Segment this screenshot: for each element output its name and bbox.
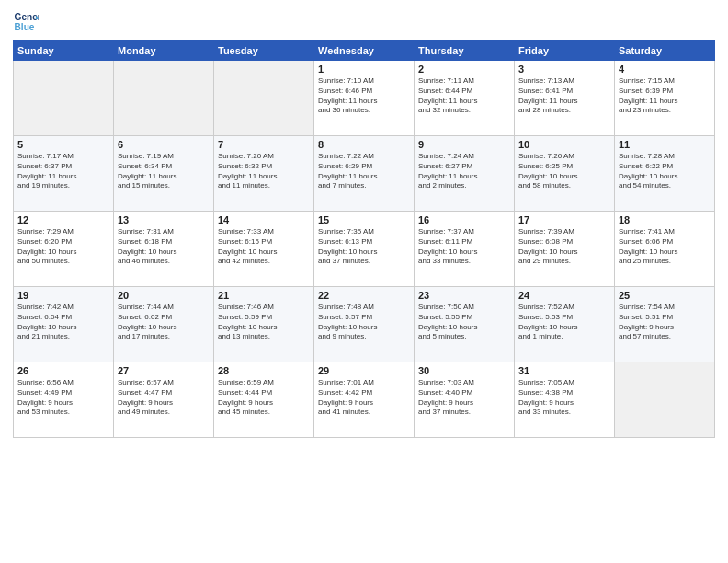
day-number: 18 <box>619 214 711 225</box>
day-info: Sunrise: 6:56 AM Sunset: 4:49 PM Dayligh… <box>17 378 109 418</box>
calendar-cell: 24Sunrise: 7:52 AM Sunset: 5:53 PM Dayli… <box>515 287 615 362</box>
day-info: Sunrise: 7:50 AM Sunset: 5:55 PM Dayligh… <box>418 303 510 342</box>
calendar-cell: 13Sunrise: 7:31 AM Sunset: 6:18 PM Dayli… <box>114 212 214 287</box>
day-info: Sunrise: 7:15 AM Sunset: 6:39 PM Dayligh… <box>619 76 711 116</box>
calendar-cell: 8Sunrise: 7:22 AM Sunset: 6:29 PM Daylig… <box>314 136 415 212</box>
calendar-cell: 21Sunrise: 7:46 AM Sunset: 5:59 PM Dayli… <box>214 287 314 362</box>
day-number: 7 <box>218 139 310 150</box>
day-number: 2 <box>418 63 510 75</box>
day-info: Sunrise: 7:24 AM Sunset: 6:27 PM Dayligh… <box>418 152 510 191</box>
calendar-cell: 27Sunrise: 6:57 AM Sunset: 4:47 PM Dayli… <box>114 362 214 438</box>
calendar-cell <box>14 61 114 136</box>
day-info: Sunrise: 7:19 AM Sunset: 6:34 PM Dayligh… <box>118 152 210 191</box>
col-header-sunday: Sunday <box>14 41 114 61</box>
day-number: 4 <box>619 63 711 75</box>
page: General Blue SundayMondayTuesdayWednesda… <box>0 0 728 563</box>
logo: General Blue <box>13 9 39 35</box>
day-number: 27 <box>118 365 210 376</box>
calendar-week-4: 19Sunrise: 7:42 AM Sunset: 6:04 PM Dayli… <box>14 287 715 362</box>
day-number: 15 <box>318 214 410 225</box>
day-info: Sunrise: 7:10 AM Sunset: 6:46 PM Dayligh… <box>318 76 410 116</box>
calendar-cell: 26Sunrise: 6:56 AM Sunset: 4:49 PM Dayli… <box>14 362 114 438</box>
day-info: Sunrise: 7:39 AM Sunset: 6:08 PM Dayligh… <box>518 227 610 267</box>
calendar-cell: 20Sunrise: 7:44 AM Sunset: 6:02 PM Dayli… <box>114 287 214 362</box>
calendar-cell: 15Sunrise: 7:35 AM Sunset: 6:13 PM Dayli… <box>314 212 415 287</box>
day-number: 30 <box>418 365 510 376</box>
calendar-cell: 29Sunrise: 7:01 AM Sunset: 4:42 PM Dayli… <box>314 362 415 438</box>
col-header-monday: Monday <box>114 41 214 61</box>
day-number: 13 <box>118 214 210 225</box>
day-number: 12 <box>17 214 109 225</box>
day-info: Sunrise: 6:59 AM Sunset: 4:44 PM Dayligh… <box>218 378 310 418</box>
col-header-tuesday: Tuesday <box>214 41 314 61</box>
day-info: Sunrise: 7:37 AM Sunset: 6:11 PM Dayligh… <box>418 227 510 267</box>
calendar-cell: 16Sunrise: 7:37 AM Sunset: 6:11 PM Dayli… <box>415 212 515 287</box>
logo-icon: General Blue <box>13 9 39 35</box>
day-info: Sunrise: 7:01 AM Sunset: 4:42 PM Dayligh… <box>318 378 410 418</box>
calendar-cell <box>615 362 715 438</box>
day-info: Sunrise: 7:20 AM Sunset: 6:32 PM Dayligh… <box>218 152 310 191</box>
calendar-cell: 14Sunrise: 7:33 AM Sunset: 6:15 PM Dayli… <box>214 212 314 287</box>
day-info: Sunrise: 7:33 AM Sunset: 6:15 PM Dayligh… <box>218 227 310 267</box>
svg-text:Blue: Blue <box>15 22 35 32</box>
day-info: Sunrise: 7:17 AM Sunset: 6:37 PM Dayligh… <box>17 152 109 191</box>
col-header-saturday: Saturday <box>615 41 715 61</box>
day-number: 11 <box>619 139 711 150</box>
day-number: 8 <box>318 139 410 150</box>
calendar-cell: 22Sunrise: 7:48 AM Sunset: 5:57 PM Dayli… <box>314 287 415 362</box>
calendar-cell: 30Sunrise: 7:03 AM Sunset: 4:40 PM Dayli… <box>415 362 515 438</box>
calendar-cell <box>114 61 214 136</box>
day-number: 26 <box>17 365 109 376</box>
day-info: Sunrise: 7:52 AM Sunset: 5:53 PM Dayligh… <box>518 303 610 342</box>
calendar-cell: 19Sunrise: 7:42 AM Sunset: 6:04 PM Dayli… <box>14 287 114 362</box>
calendar-cell: 11Sunrise: 7:28 AM Sunset: 6:22 PM Dayli… <box>615 136 715 212</box>
calendar-cell: 3Sunrise: 7:13 AM Sunset: 6:41 PM Daylig… <box>515 61 615 136</box>
day-number: 3 <box>518 63 610 75</box>
day-info: Sunrise: 7:35 AM Sunset: 6:13 PM Dayligh… <box>318 227 410 267</box>
col-header-wednesday: Wednesday <box>314 41 415 61</box>
day-info: Sunrise: 7:28 AM Sunset: 6:22 PM Dayligh… <box>619 152 711 191</box>
day-number: 21 <box>218 290 310 301</box>
calendar-cell: 25Sunrise: 7:54 AM Sunset: 5:51 PM Dayli… <box>615 287 715 362</box>
calendar-cell: 10Sunrise: 7:26 AM Sunset: 6:25 PM Dayli… <box>515 136 615 212</box>
day-number: 19 <box>17 290 109 301</box>
day-number: 9 <box>418 139 510 150</box>
day-number: 29 <box>318 365 410 376</box>
calendar-cell: 4Sunrise: 7:15 AM Sunset: 6:39 PM Daylig… <box>615 61 715 136</box>
day-number: 28 <box>218 365 310 376</box>
calendar-cell: 28Sunrise: 6:59 AM Sunset: 4:44 PM Dayli… <box>214 362 314 438</box>
day-info: Sunrise: 7:41 AM Sunset: 6:06 PM Dayligh… <box>619 227 711 267</box>
day-info: Sunrise: 7:05 AM Sunset: 4:38 PM Dayligh… <box>518 378 610 418</box>
day-number: 23 <box>418 290 510 301</box>
calendar-cell: 12Sunrise: 7:29 AM Sunset: 6:20 PM Dayli… <box>14 212 114 287</box>
calendar-table: SundayMondayTuesdayWednesdayThursdayFrid… <box>13 40 715 438</box>
calendar-cell: 18Sunrise: 7:41 AM Sunset: 6:06 PM Dayli… <box>615 212 715 287</box>
day-number: 24 <box>518 290 610 301</box>
day-info: Sunrise: 7:48 AM Sunset: 5:57 PM Dayligh… <box>318 303 410 342</box>
day-number: 5 <box>17 139 109 150</box>
day-number: 1 <box>318 63 410 75</box>
day-info: Sunrise: 7:44 AM Sunset: 6:02 PM Dayligh… <box>118 303 210 342</box>
day-number: 10 <box>518 139 610 150</box>
header: General Blue <box>13 9 715 35</box>
day-number: 6 <box>118 139 210 150</box>
day-number: 25 <box>619 290 711 301</box>
calendar-week-2: 5Sunrise: 7:17 AM Sunset: 6:37 PM Daylig… <box>14 136 715 212</box>
day-info: Sunrise: 7:22 AM Sunset: 6:29 PM Dayligh… <box>318 152 410 191</box>
calendar-cell: 31Sunrise: 7:05 AM Sunset: 4:38 PM Dayli… <box>515 362 615 438</box>
day-info: Sunrise: 7:31 AM Sunset: 6:18 PM Dayligh… <box>118 227 210 267</box>
calendar-cell: 9Sunrise: 7:24 AM Sunset: 6:27 PM Daylig… <box>415 136 515 212</box>
day-info: Sunrise: 7:03 AM Sunset: 4:40 PM Dayligh… <box>418 378 510 418</box>
day-number: 22 <box>318 290 410 301</box>
day-info: Sunrise: 7:29 AM Sunset: 6:20 PM Dayligh… <box>17 227 109 267</box>
calendar-cell: 5Sunrise: 7:17 AM Sunset: 6:37 PM Daylig… <box>14 136 114 212</box>
day-info: Sunrise: 7:42 AM Sunset: 6:04 PM Dayligh… <box>17 303 109 342</box>
col-header-friday: Friday <box>515 41 615 61</box>
calendar-body: 1Sunrise: 7:10 AM Sunset: 6:46 PM Daylig… <box>14 61 715 438</box>
calendar-cell <box>214 61 314 136</box>
day-info: Sunrise: 7:26 AM Sunset: 6:25 PM Dayligh… <box>518 152 610 191</box>
calendar-cell: 23Sunrise: 7:50 AM Sunset: 5:55 PM Dayli… <box>415 287 515 362</box>
day-number: 14 <box>218 214 310 225</box>
calendar-cell: 17Sunrise: 7:39 AM Sunset: 6:08 PM Dayli… <box>515 212 615 287</box>
day-info: Sunrise: 7:46 AM Sunset: 5:59 PM Dayligh… <box>218 303 310 342</box>
